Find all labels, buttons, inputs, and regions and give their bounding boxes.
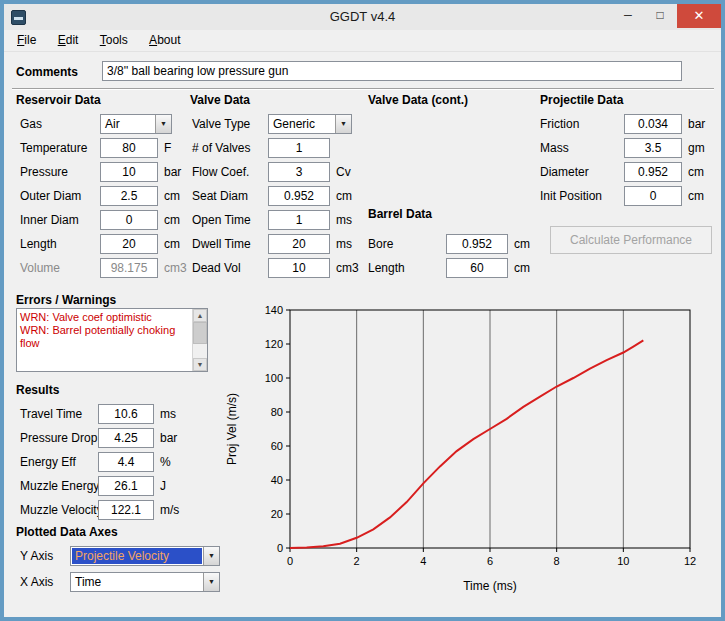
num-valves-label: # of Valves xyxy=(192,138,250,158)
muzzle-velocity-unit: m/s xyxy=(160,500,179,520)
svg-text:Proj Vel (m/s): Proj Vel (m/s) xyxy=(225,393,239,465)
energy-eff-label: Energy Eff xyxy=(20,452,76,472)
temperature-input[interactable] xyxy=(100,138,158,158)
menu-file[interactable]: File xyxy=(8,30,45,50)
flow-coef-input[interactable] xyxy=(268,162,330,182)
inner-diam-input[interactable] xyxy=(100,210,158,230)
bore-label: Bore xyxy=(368,234,393,254)
menu-tools[interactable]: Tools xyxy=(91,30,137,50)
diameter-input[interactable] xyxy=(624,162,682,182)
pressure-unit: bar xyxy=(164,162,181,182)
init-position-input[interactable] xyxy=(624,186,682,206)
svg-text:12: 12 xyxy=(684,555,696,567)
errors-section-title: Errors / Warnings xyxy=(16,292,116,308)
muzzle-energy-unit: J xyxy=(160,476,166,496)
x-axis-label: X Axis xyxy=(20,572,53,592)
chevron-down-icon[interactable]: ▼ xyxy=(335,115,351,133)
svg-text:0: 0 xyxy=(277,542,283,554)
x-axis-value: Time xyxy=(72,574,202,590)
scroll-up-icon[interactable]: ▲ xyxy=(193,309,207,322)
svg-text:120: 120 xyxy=(265,338,283,350)
calculate-performance-button[interactable]: Calculate Performance xyxy=(550,226,712,254)
comments-label: Comments xyxy=(16,62,78,82)
reservoir-section-title: Reservoir Data xyxy=(16,92,101,108)
menu-edit[interactable]: Edit xyxy=(49,30,88,50)
svg-text:140: 140 xyxy=(265,304,283,316)
dead-vol-input[interactable] xyxy=(268,258,330,278)
reservoir-length-input[interactable] xyxy=(100,234,158,254)
axes-section-title: Plotted Data Axes xyxy=(16,524,118,540)
energy-eff-field[interactable] xyxy=(98,452,154,472)
menu-about[interactable]: About xyxy=(140,30,189,50)
svg-text:Time (ms): Time (ms) xyxy=(463,579,517,593)
scrollbar-thumb[interactable] xyxy=(193,322,207,344)
open-time-label: Open Time xyxy=(192,210,251,230)
svg-text:60: 60 xyxy=(271,440,283,452)
svg-text:6: 6 xyxy=(487,555,493,567)
errors-listbox[interactable]: WRN: Valve coef optimistic WRN: Barrel p… xyxy=(16,308,208,372)
y-axis-combobox[interactable]: Projectile Velocity ▼ xyxy=(70,546,220,566)
dwell-time-input[interactable] xyxy=(268,234,330,254)
close-button[interactable]: ✕ xyxy=(677,4,721,28)
outer-diam-unit: cm xyxy=(164,186,180,206)
travel-time-label: Travel Time xyxy=(20,404,82,424)
maximize-button[interactable]: □ xyxy=(645,4,675,28)
reservoir-length-label: Length xyxy=(20,234,57,254)
pressure-drop-unit: bar xyxy=(160,428,177,448)
volume-field xyxy=(100,258,158,278)
svg-text:100: 100 xyxy=(265,372,283,384)
y-axis-value: Projectile Velocity xyxy=(72,548,202,564)
gas-label: Gas xyxy=(20,114,42,134)
outer-diam-label: Outer Diam xyxy=(20,186,81,206)
chevron-down-icon[interactable]: ▼ xyxy=(203,573,219,591)
mass-unit: gm xyxy=(688,138,705,158)
seat-diam-label: Seat Diam xyxy=(192,186,248,206)
barrel-length-input[interactable] xyxy=(446,258,508,278)
scroll-down-icon[interactable]: ▼ xyxy=(193,358,207,371)
dead-vol-label: Dead Vol xyxy=(192,258,241,278)
travel-time-field[interactable] xyxy=(98,404,154,424)
diameter-label: Diameter xyxy=(540,162,589,182)
pressure-input[interactable] xyxy=(100,162,158,182)
errors-scrollbar[interactable]: ▲ ▼ xyxy=(192,309,207,371)
muzzle-velocity-label: Muzzle Velocity xyxy=(20,500,103,520)
init-position-label: Init Position xyxy=(540,186,602,206)
svg-text:2: 2 xyxy=(354,555,360,567)
num-valves-input[interactable] xyxy=(268,138,330,158)
chevron-down-icon[interactable]: ▼ xyxy=(155,115,171,133)
gas-combobox[interactable]: Air ▼ xyxy=(100,114,172,134)
minimize-button[interactable]: – xyxy=(613,4,643,28)
volume-unit: cm3 xyxy=(164,258,187,278)
energy-eff-unit: % xyxy=(160,452,171,472)
travel-time-unit: ms xyxy=(160,404,176,424)
barrel-length-label: Length xyxy=(368,258,405,278)
menu-bar: File Edit Tools About xyxy=(4,30,721,52)
gas-value: Air xyxy=(102,116,154,132)
x-axis-combobox[interactable]: Time ▼ xyxy=(70,572,220,592)
valve-type-combobox[interactable]: Generic ▼ xyxy=(268,114,352,134)
comments-input[interactable] xyxy=(102,61,682,81)
chevron-down-icon[interactable]: ▼ xyxy=(203,547,219,565)
outer-diam-input[interactable] xyxy=(100,186,158,206)
muzzle-velocity-field[interactable] xyxy=(98,500,154,520)
seat-diam-input[interactable] xyxy=(268,186,330,206)
muzzle-energy-field[interactable] xyxy=(98,476,154,496)
init-position-unit: cm xyxy=(688,186,704,206)
pressure-drop-field[interactable] xyxy=(98,428,154,448)
seat-diam-unit: cm xyxy=(336,186,352,206)
volume-label: Volume xyxy=(20,258,60,278)
svg-text:0: 0 xyxy=(287,555,293,567)
bore-input[interactable] xyxy=(446,234,508,254)
friction-input[interactable] xyxy=(624,114,682,134)
inner-diam-unit: cm xyxy=(164,210,180,230)
pressure-drop-label: Pressure Drop xyxy=(20,428,97,448)
projectile-section-title: Projectile Data xyxy=(540,92,623,108)
open-time-input[interactable] xyxy=(268,210,330,230)
valve-cont-section-title: Valve Data (cont.) xyxy=(368,92,468,108)
mass-input[interactable] xyxy=(624,138,682,158)
results-section-title: Results xyxy=(16,382,59,398)
inner-diam-label: Inner Diam xyxy=(20,210,79,230)
friction-unit: bar xyxy=(688,114,705,134)
pressure-label: Pressure xyxy=(20,162,68,182)
svg-text:20: 20 xyxy=(271,508,283,520)
